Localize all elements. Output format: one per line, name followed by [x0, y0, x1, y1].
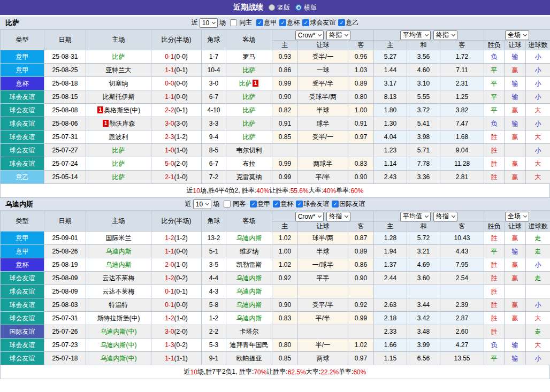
filter-bar-pisa: 比萨 近 10 场 同主 ✓意甲✓意杯✓球会友谊✓意乙: [0, 17, 550, 29]
home-team-cell: 比萨: [86, 171, 151, 184]
result-goals-cell: 小: [526, 352, 550, 365]
avg-home-cell: 1.23: [374, 144, 407, 157]
team-label: 比萨: [243, 133, 256, 141]
avg-home-cell: 1.28: [374, 232, 407, 245]
odds-company-select[interactable]: Crow*: [295, 30, 324, 40]
league-checkbox[interactable]: ✓: [302, 19, 309, 26]
league-checkbox[interactable]: ✓: [250, 201, 257, 207]
date-cell: 25-08-03: [44, 298, 86, 312]
result-handicap-cell: 赢: [505, 272, 526, 285]
summary-text: 40%: [323, 187, 336, 195]
match-count-select[interactable]: 10: [193, 199, 211, 209]
score-halftime: (0-1): [174, 288, 188, 295]
odds-away-cell: 0.86: [348, 258, 374, 272]
league-type-cell: 意杯: [1, 258, 44, 272]
handicap-cell: [298, 144, 348, 157]
league-checkbox[interactable]: ✓: [296, 201, 303, 207]
score-fulltime: 2-2: [165, 106, 174, 114]
odds-away-cell: 1.00: [348, 104, 374, 117]
col-header-avg-draw: 和: [407, 41, 440, 50]
corner-cell: 6-7: [202, 157, 226, 171]
horizontal-layout-radio[interactable]: [295, 4, 302, 11]
near-label: 近: [185, 199, 192, 209]
away-team-cell: 布拉: [226, 157, 272, 171]
table-row: 意甲25-08-31比萨0-1(0-0)1-7罗马0.93受半/一0.965.2…: [1, 50, 550, 64]
odds-away-cell: 0.89: [348, 245, 374, 258]
avg-away-cell: 11.28: [440, 157, 484, 171]
away-team-cell: 卡塔尔: [226, 325, 272, 339]
table-row: 意杯25-08-19乌迪内斯2-0(1-0)3-5凯勒雷斯1.02一/球半0.8…: [1, 258, 550, 272]
games-label: 场: [213, 199, 219, 209]
score-fulltime: 1-1: [165, 66, 174, 74]
home-team-cell: 乌迪内斯(中): [86, 325, 151, 339]
table-row: 意甲25-09-01国际米兰1-2(1-2)13-2乌迪内斯1.02球半/两0.…: [1, 232, 550, 245]
score-cell: 5-0(2-0): [151, 157, 202, 171]
odds-home-cell: 0.99: [272, 157, 298, 171]
result-goals-cell: 走: [526, 272, 550, 285]
date-cell: 25-07-27: [44, 144, 86, 157]
team-label: 布拉: [243, 160, 256, 167]
league-checkbox[interactable]: ✓: [332, 201, 339, 207]
result-handicap-cell: 赢: [505, 298, 526, 312]
same-home-checkbox[interactable]: [230, 19, 237, 26]
result-wdl-cell: 胜: [484, 298, 505, 312]
handicap-cell: 一球: [298, 64, 348, 77]
league-checkbox[interactable]: ✓: [273, 201, 280, 207]
corner-cell: 1-7: [202, 50, 226, 64]
chevron-down-icon: [523, 214, 527, 218]
odds-time-select[interactable]: 终指: [326, 30, 350, 40]
result-wdl-cell: 负: [484, 339, 505, 352]
col-header-score: 比分(半场): [151, 211, 202, 232]
avg-home-cell: 2.43: [374, 171, 407, 184]
score-cell: 1-0(1-0): [151, 144, 202, 157]
handicap-cell: 半球: [298, 245, 348, 258]
average-select[interactable]: 平均值: [400, 212, 431, 221]
league-type-cell: 意甲: [1, 64, 44, 77]
avg-home-cell: [374, 285, 407, 298]
home-team-cell: 1奥格斯堡(中): [86, 104, 151, 117]
team-label: 国际米兰: [106, 234, 132, 242]
score-cell: 3-0(2-0): [151, 325, 202, 339]
odds-time-select[interactable]: 终指: [326, 212, 350, 221]
handicap-cell: 平/半: [298, 171, 348, 184]
league-type-cell: 意甲: [1, 50, 44, 64]
average-time-select[interactable]: 终指: [433, 30, 457, 40]
score-fulltime: 1-2: [165, 274, 174, 282]
score-cell: 0-0(0-0): [151, 77, 202, 90]
scope-select[interactable]: 全场: [505, 30, 529, 40]
avg-draw-cell: 3.56: [407, 50, 440, 64]
col-header-score: 比分(半场): [151, 30, 202, 50]
odds-away-cell: [348, 325, 374, 339]
score-fulltime: 3-0: [165, 328, 174, 335]
odds-away-cell: 1.02: [348, 339, 374, 352]
away-team-cell: 迪拜青年国民: [226, 339, 272, 352]
match-count-select[interactable]: 10: [200, 18, 218, 28]
red-card-badge: 1: [253, 80, 259, 87]
avg-draw-cell: 5.55: [407, 90, 440, 104]
league-label: 球会友谊: [310, 18, 335, 27]
corner-cell: 13-2: [202, 232, 226, 245]
scope-select[interactable]: 全场: [505, 212, 529, 221]
col-header-avg-away: 客: [440, 41, 484, 50]
avg-away-cell: 7.47: [440, 117, 484, 130]
league-label: 意甲: [257, 199, 270, 209]
league-checkbox[interactable]: ✓: [256, 19, 263, 26]
league-checkbox[interactable]: ✓: [338, 19, 345, 26]
handicap-cell: 两球半: [298, 157, 348, 171]
team-label: 恩波利: [109, 133, 128, 141]
odds-away-cell: 0.90: [348, 272, 374, 285]
result-goals-cell: 小: [526, 77, 550, 90]
average-select[interactable]: 平均值: [400, 30, 431, 40]
chevron-down-icon: [425, 33, 429, 36]
vertical-layout-radio[interactable]: [269, 4, 275, 11]
odds-company-select[interactable]: Crow*: [295, 212, 324, 221]
league-type-cell: 球会友谊: [1, 298, 44, 312]
avg-draw-cell: 3.99: [407, 339, 440, 352]
league-checkbox[interactable]: ✓: [279, 19, 286, 26]
result-handicap-cell: 赢: [505, 130, 526, 144]
same-away-checkbox[interactable]: [224, 201, 231, 207]
average-time-select[interactable]: 终指: [433, 212, 457, 221]
avg-draw-cell: 4.69: [407, 258, 440, 272]
table-row: 球会友谊25-08-15比斯托伊斯1-1(0-0)6-7比萨0.90受球半/两0…: [1, 90, 550, 104]
summary-text: 场,胜4平4负2, 胜率:: [200, 186, 256, 195]
